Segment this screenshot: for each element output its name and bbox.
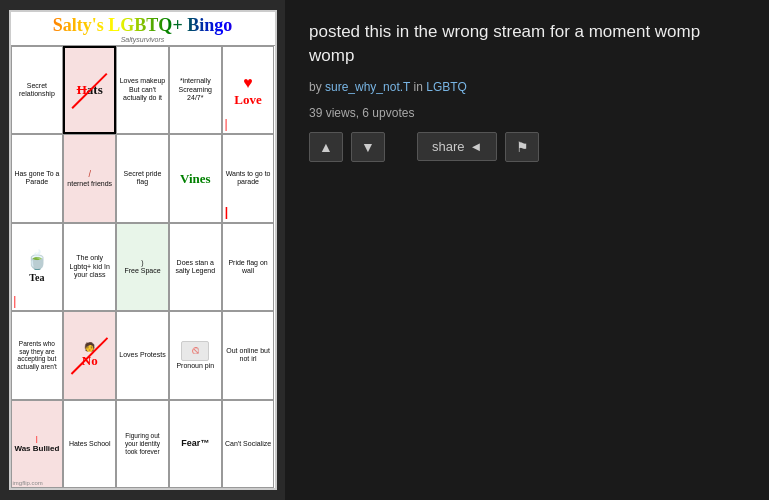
post-title: posted this in the wrong stream for a mo… <box>309 20 745 68</box>
cell-2: Hats <box>63 46 116 134</box>
share-icon: ◄ <box>470 139 483 154</box>
view-count: 39 views <box>309 106 356 120</box>
share-label: share <box>432 139 465 154</box>
cell-1: Secret relationship <box>11 46 64 134</box>
cell-20: Out online but not irl <box>222 311 275 399</box>
cell-8: Secret pride flag <box>116 134 169 222</box>
bingo-subtitle: Saltysurvivors <box>13 36 273 43</box>
cell-24: Fear™ <box>169 400 222 488</box>
bingo-header: Salty's LGBTQ+ Bingo Saltysurvivors <box>11 12 275 46</box>
upvote-button[interactable]: ▲ <box>309 132 343 162</box>
cell-23: Figuring out your identity took forever <box>116 400 169 488</box>
flag-button[interactable]: ⚑ <box>505 132 539 162</box>
action-row: ▲ ▼ share ◄ ⚑ <box>309 132 745 162</box>
cell-13: ) Free Space <box>116 223 169 311</box>
cell-18: Loves Protests <box>116 311 169 399</box>
post-stream: LGBTQ <box>426 80 467 94</box>
cell-21: | Was Bullied <box>11 400 64 488</box>
cell-22: Hates School <box>63 400 116 488</box>
cell-9: Vines <box>169 134 222 222</box>
bingo-card: Salty's LGBTQ+ Bingo Saltysurvivors Secr… <box>9 10 277 490</box>
bingo-title: Salty's LGBTQ+ Bingo <box>13 16 273 36</box>
cell-17: 🧑 No <box>63 311 116 399</box>
cell-16: Parents who say they are accepting but a… <box>11 311 64 399</box>
page-container: Salty's LGBTQ+ Bingo Saltysurvivors Secr… <box>0 0 769 500</box>
bingo-grid: Secret relationship Hats Loves makeup Bu… <box>11 46 275 488</box>
image-panel: Salty's LGBTQ+ Bingo Saltysurvivors Secr… <box>0 0 285 500</box>
cell-15: Pride flag on wall <box>222 223 275 311</box>
info-panel: posted this in the wrong stream for a mo… <box>285 0 769 500</box>
cell-7: / nternet friends <box>63 134 116 222</box>
cell-10: Wants to go to parade | <box>222 134 275 222</box>
cell-14: Does stan a salty Legend <box>169 223 222 311</box>
post-stats: 39 views, 6 upvotes <box>309 106 745 120</box>
post-meta: by sure_why_not.T in LGBTQ <box>309 80 745 94</box>
cell-12: The only Lgbtq+ kid In your class <box>63 223 116 311</box>
cell-19: 🚫 Pronoun pin <box>169 311 222 399</box>
cell-6: Has gone To a Parade <box>11 134 64 222</box>
share-button[interactable]: share ◄ <box>417 132 497 161</box>
upvote-count: 6 upvotes <box>362 106 414 120</box>
downvote-button[interactable]: ▼ <box>351 132 385 162</box>
cell-5: ♥ Love | <box>222 46 275 134</box>
post-author: sure_why_not.T <box>325 80 410 94</box>
cell-25: Can't Socialize <box>222 400 275 488</box>
cell-4: *internally Screaming 24/7* <box>169 46 222 134</box>
cell-11: 🍵 Tea | <box>11 223 64 311</box>
cell-3: Loves makeup But can't actually do it <box>116 46 169 134</box>
